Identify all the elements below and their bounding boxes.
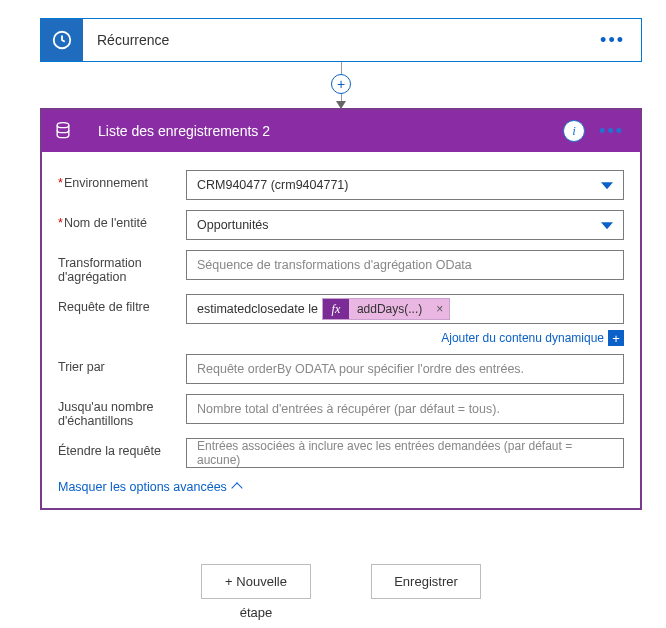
new-step-button[interactable]: + Nouvelle — [201, 564, 311, 599]
aggregation-label: Transformation d'agrégation — [58, 250, 186, 284]
field-row-expand: Étendre la requête Entrées associées à i… — [58, 438, 624, 468]
expression-pill-remove[interactable]: × — [430, 299, 449, 319]
info-icon[interactable]: i — [563, 120, 585, 142]
expression-pill-label: addDays(...) — [349, 299, 430, 319]
list-records-body: *Environnement CRM940477 (crm9404771) *N… — [42, 152, 640, 508]
list-records-title: Liste des enregistrements 2 — [98, 123, 563, 139]
hide-advanced-toggle[interactable]: Masquer les options avancées — [58, 480, 241, 494]
list-records-header[interactable]: Liste des enregistrements 2 i ••• — [42, 110, 640, 152]
new-step-group: + Nouvelle étape — [201, 564, 311, 620]
filter-text: estimatedclosedate le — [193, 302, 318, 316]
top-input[interactable]: Nombre total d'entrées à récupérer (par … — [186, 394, 624, 424]
recurrence-step[interactable]: Récurrence ••• — [40, 18, 642, 62]
list-records-step: Liste des enregistrements 2 i ••• *Envir… — [40, 108, 642, 510]
recurrence-icon — [41, 19, 83, 61]
filter-input[interactable]: estimatedclosedate le fx addDays(...) × — [186, 294, 624, 324]
top-label: Jusqu'au nombre d'échantillons — [58, 394, 186, 428]
field-row-environment: *Environnement CRM940477 (crm9404771) — [58, 170, 624, 200]
entity-select[interactable]: Opportunités — [186, 210, 624, 240]
add-dynamic-content-link[interactable]: Ajouter du contenu dynamique — [441, 331, 604, 345]
new-step-sublabel: étape — [240, 605, 273, 620]
orderby-input[interactable]: Requête orderBy ODATA pour spécifier l'o… — [186, 354, 624, 384]
fx-icon: fx — [323, 299, 349, 319]
field-row-top: Jusqu'au nombre d'échantillons Nombre to… — [58, 394, 624, 428]
chevron-up-icon — [231, 482, 242, 493]
expression-pill[interactable]: fx addDays(...) × — [322, 298, 450, 320]
add-step-inline-button[interactable]: + — [331, 74, 351, 94]
expand-label: Étendre la requête — [58, 438, 186, 458]
field-row-entity: *Nom de l'entité Opportunités — [58, 210, 624, 240]
environment-select[interactable]: CRM940477 (crm9404771) — [186, 170, 624, 200]
footer-actions: + Nouvelle étape Enregistrer — [40, 564, 642, 620]
field-row-orderby: Trier par Requête orderBy ODATA pour spé… — [58, 354, 624, 384]
svg-point-1 — [57, 123, 69, 128]
filter-label: Requête de filtre — [58, 294, 186, 314]
environment-label: *Environnement — [58, 170, 186, 190]
field-row-filter: Requête de filtre estimatedclosedate le … — [58, 294, 624, 324]
save-button[interactable]: Enregistrer — [371, 564, 481, 599]
flow-connector: + — [40, 62, 642, 108]
field-row-aggregation: Transformation d'agrégation Séquence de … — [58, 250, 624, 284]
aggregation-input[interactable]: Séquence de transformations d'agrégation… — [186, 250, 624, 280]
list-records-menu-button[interactable]: ••• — [595, 120, 628, 142]
expand-input[interactable]: Entrées associées à inclure avec les ent… — [186, 438, 624, 468]
orderby-label: Trier par — [58, 354, 186, 374]
database-icon — [42, 110, 84, 152]
recurrence-menu-button[interactable]: ••• — [596, 30, 629, 51]
add-dynamic-content-button[interactable]: + — [608, 330, 624, 346]
recurrence-title: Récurrence — [97, 32, 596, 48]
dynamic-content-row: Ajouter du contenu dynamique + — [186, 330, 624, 346]
entity-label: *Nom de l'entité — [58, 210, 186, 230]
